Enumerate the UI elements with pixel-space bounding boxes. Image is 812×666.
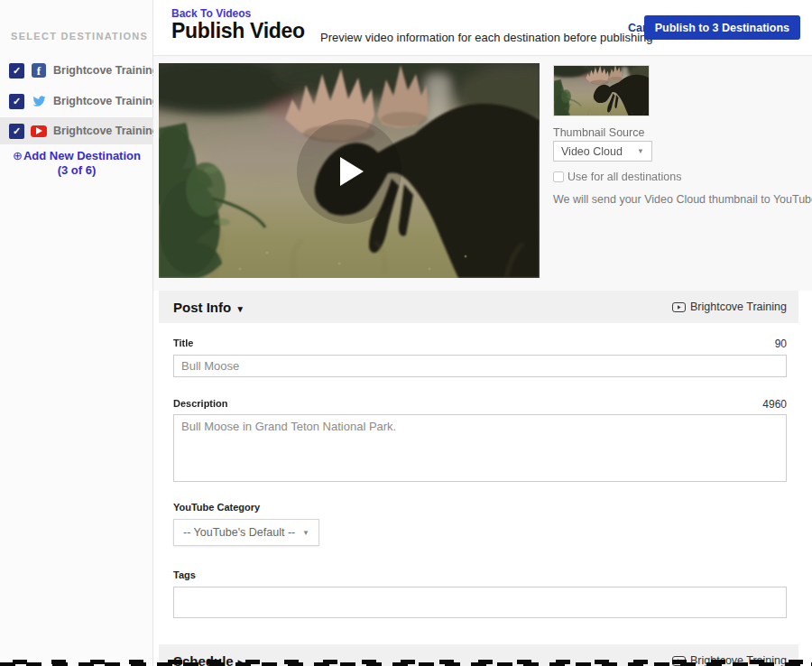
- checkbox-unchecked[interactable]: [553, 171, 564, 182]
- destinations-sidebar: SELECT DESTINATIONS ✓ f Brightcove Train…: [0, 0, 153, 666]
- tags-input[interactable]: [173, 587, 787, 618]
- tags-label: Tags: [173, 569, 196, 580]
- video-player[interactable]: [159, 63, 540, 278]
- destination-count: (3 of 6): [0, 163, 153, 177]
- chevron-down-icon: ▼: [637, 147, 644, 155]
- destination-label: Brightcove Training: [53, 95, 159, 107]
- thumbnail-preview: [553, 65, 650, 116]
- use-for-all-destinations[interactable]: Use for all destinations: [553, 171, 681, 183]
- title-char-counter: 90: [775, 338, 787, 350]
- destination-row-twitter[interactable]: ✓ Brightcove Training: [0, 88, 153, 115]
- post-info-destination: Brightcove Training: [672, 301, 787, 313]
- add-new-destination-link[interactable]: ⊕Add New Destination: [0, 149, 153, 162]
- destination-row-youtube[interactable]: ✓ Brightcove Training: [0, 117, 153, 144]
- add-circle-icon: ⊕: [13, 149, 23, 162]
- use-for-all-label: Use for all destinations: [567, 171, 681, 183]
- thumbnail-source-select[interactable]: Video Cloud ▼: [553, 141, 652, 162]
- description-textarea[interactable]: Bull Moose in Grand Teton National Park.: [173, 414, 787, 482]
- description-char-counter: 4960: [762, 398, 787, 411]
- publish-video-page: SELECT DESTINATIONS ✓ f Brightcove Train…: [0, 0, 812, 666]
- youtube-icon: [31, 124, 47, 138]
- youtube-category-label: YouTube Category: [173, 502, 260, 513]
- sidebar-heading: SELECT DESTINATIONS: [11, 31, 148, 42]
- destination-row-facebook[interactable]: ✓ f Brightcove Training: [0, 57, 153, 84]
- page-title: Publish Video: [171, 19, 305, 43]
- destination-label: Brightcove Training: [53, 64, 159, 77]
- title-input[interactable]: [173, 355, 787, 377]
- back-to-videos-link[interactable]: Back To Videos: [171, 7, 251, 20]
- title-label: Title: [173, 338, 193, 348]
- description-label: Description: [173, 398, 228, 409]
- publish-button[interactable]: Publish to 3 Destinations: [644, 15, 800, 40]
- screenshot-torn-edge: [0, 659, 812, 666]
- checkmark-icon: ✓: [13, 65, 21, 77]
- checkbox-checked[interactable]: ✓: [9, 63, 24, 79]
- page-subtitle: Preview video information for each desti…: [320, 31, 653, 44]
- post-info-toggle[interactable]: Post Info▼: [173, 300, 245, 315]
- destination-label: Brightcove Training: [53, 125, 159, 137]
- youtube-outline-icon: [672, 302, 686, 312]
- thumbnail-source-label: Thumbnail Source: [553, 126, 644, 139]
- twitter-icon: [31, 94, 47, 108]
- facebook-icon: f: [31, 63, 47, 78]
- checkmark-icon: ✓: [13, 125, 21, 137]
- chevron-down-icon: ▼: [302, 529, 309, 537]
- chevron-down-icon: ▼: [235, 304, 245, 314]
- thumbnail-note: We will send your Video Cloud thumbnail …: [553, 193, 812, 206]
- youtube-category-select[interactable]: -- YouTube's Default -- ▼: [173, 519, 319, 546]
- youtube-category-value: -- YouTube's Default --: [183, 526, 295, 539]
- post-info-section-header: Post Info▼ Brightcove Training: [159, 291, 798, 323]
- checkbox-checked[interactable]: ✓: [9, 124, 24, 139]
- page-header: Back To Videos Publish Video Preview vid…: [153, 0, 812, 56]
- thumbnail-source-value: Video Cloud: [561, 145, 623, 158]
- checkbox-checked[interactable]: ✓: [9, 94, 24, 109]
- checkmark-icon: ✓: [13, 96, 21, 107]
